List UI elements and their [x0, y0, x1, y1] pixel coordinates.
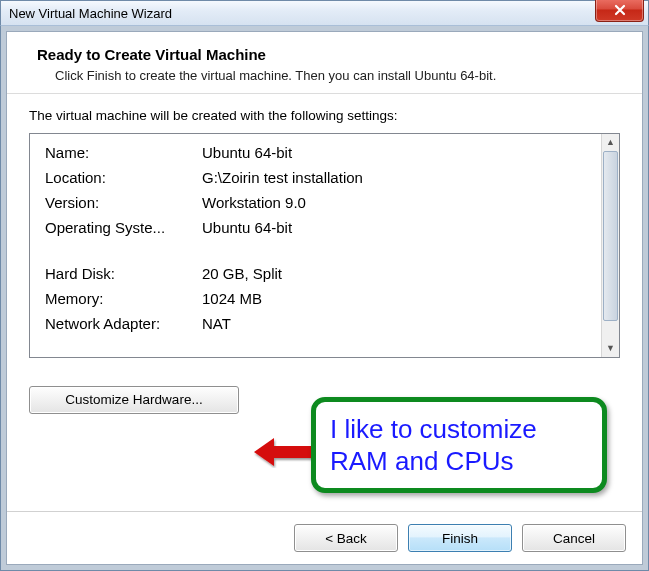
value-network: NAT [201, 311, 587, 336]
back-button[interactable]: < Back [294, 524, 398, 552]
wizard-window: New Virtual Machine Wizard Ready to Crea… [0, 0, 649, 571]
dialog: Ready to Create Virtual Machine Click Fi… [6, 31, 643, 565]
customize-hardware-button[interactable]: Customize Hardware... [29, 386, 239, 414]
value-location: G:\Zoirin test installation [201, 165, 587, 190]
label-location: Location: [44, 165, 201, 190]
value-disk: 20 GB, Split [201, 261, 587, 286]
label-name: Name: [44, 140, 201, 165]
annotation-callout: I like to customize RAM and CPUs [311, 397, 607, 493]
cancel-button[interactable]: Cancel [522, 524, 626, 552]
close-button[interactable] [595, 0, 644, 22]
settings-gap [44, 241, 587, 261]
settings-row-name: Name: Ubuntu 64-bit [44, 140, 587, 165]
finish-button[interactable]: Finish [408, 524, 512, 552]
settings-row-location: Location: G:\Zoirin test installation [44, 165, 587, 190]
settings-scrollbar[interactable]: ▲ ▼ [601, 134, 619, 357]
dialog-subtitle: Click Finish to create the virtual machi… [55, 67, 612, 85]
value-memory: 1024 MB [201, 286, 587, 311]
scroll-up-icon[interactable]: ▲ [602, 134, 619, 151]
scroll-thumb[interactable] [603, 151, 618, 321]
settings-row-version: Version: Workstation 9.0 [44, 190, 587, 215]
intro-text: The virtual machine will be created with… [29, 108, 620, 123]
settings-row-memory: Memory: 1024 MB [44, 286, 587, 311]
settings-row-network: Network Adapter: NAT [44, 311, 587, 336]
window-title: New Virtual Machine Wizard [9, 6, 172, 21]
dialog-footer: < Back Finish Cancel [7, 511, 642, 564]
dialog-header: Ready to Create Virtual Machine Click Fi… [7, 32, 642, 94]
settings-content: Name: Ubuntu 64-bit Location: G:\Zoirin … [30, 134, 601, 357]
titlebar: New Virtual Machine Wizard [0, 0, 649, 26]
label-network: Network Adapter: [44, 311, 201, 336]
annotation-text: I like to customize RAM and CPUs [330, 413, 588, 478]
value-os: Ubuntu 64-bit [201, 215, 587, 240]
label-os: Operating Syste... [44, 215, 201, 240]
dialog-title: Ready to Create Virtual Machine [37, 46, 612, 63]
value-version: Workstation 9.0 [201, 190, 587, 215]
settings-row-disk: Hard Disk: 20 GB, Split [44, 261, 587, 286]
annotation-arrow-icon [252, 436, 314, 468]
label-memory: Memory: [44, 286, 201, 311]
settings-list: Name: Ubuntu 64-bit Location: G:\Zoirin … [29, 133, 620, 358]
label-disk: Hard Disk: [44, 261, 201, 286]
value-name: Ubuntu 64-bit [201, 140, 587, 165]
close-icon [614, 4, 626, 16]
settings-row-os: Operating Syste... Ubuntu 64-bit [44, 215, 587, 240]
label-version: Version: [44, 190, 201, 215]
scroll-down-icon[interactable]: ▼ [602, 340, 619, 357]
client-area: Ready to Create Virtual Machine Click Fi… [0, 26, 649, 571]
